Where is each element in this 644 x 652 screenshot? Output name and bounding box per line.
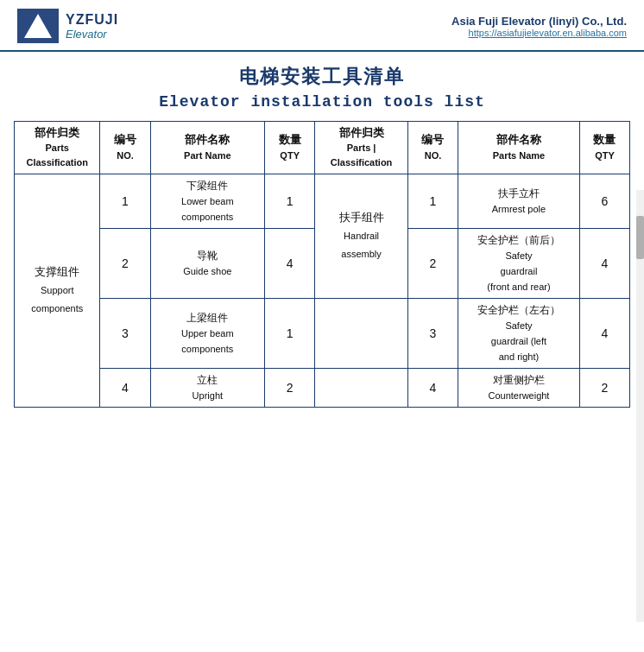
left-name-3: 上梁组件Upper beamcomponents <box>150 298 265 368</box>
left-no-4: 4 <box>100 368 150 407</box>
left-qty-1: 1 <box>265 174 315 228</box>
right-no-4: 4 <box>407 368 458 407</box>
right-group-placeholder <box>315 298 408 368</box>
title-english: Elevator installation tools list <box>0 93 644 111</box>
left-qty-4: 2 <box>265 368 315 407</box>
th-qty2: 数量 QTY <box>579 122 629 174</box>
right-name-1: 扶手立杆Armrest pole <box>458 174 580 228</box>
left-no-2: 2 <box>100 228 150 298</box>
logo-triangle-shape <box>24 14 52 38</box>
right-name-3: 安全护栏（左右）Safetyguardrail (leftand right) <box>458 298 580 368</box>
logo-elevator: Elevator <box>66 28 118 41</box>
right-qty-3: 4 <box>579 298 629 368</box>
table-header-row: 部件归类 PartsClassification 编号 NO. 部件名称 Par… <box>15 122 630 174</box>
th-no2: 编号 NO. <box>407 122 458 174</box>
table-row: 4 立柱Upright 2 4 对重侧护栏Counterweight 2 <box>15 368 630 407</box>
logo-yzfuji: YZFUJI <box>66 12 118 28</box>
scrollbar-track[interactable] <box>636 190 644 622</box>
right-no-1: 1 <box>407 174 458 228</box>
table-row: 3 上梁组件Upper beamcomponents 1 3 安全护栏（左右）S… <box>15 298 630 368</box>
right-qty-1: 6 <box>579 174 629 228</box>
right-no-3: 3 <box>407 298 458 368</box>
left-qty-2: 4 <box>265 228 315 298</box>
left-no-3: 3 <box>100 298 150 368</box>
left-qty-3: 1 <box>265 298 315 368</box>
right-group-label: 扶手组件Handrailassembly <box>315 174 408 298</box>
right-no-2: 2 <box>407 228 458 298</box>
scrollbar-thumb[interactable] <box>636 216 644 259</box>
th-qty1: 数量 QTY <box>265 122 315 174</box>
th-name2: 部件名称 Parts Name <box>458 122 580 174</box>
right-name-2: 安全护栏（前后）Safetyguardrail(front and rear) <box>458 228 580 298</box>
logo-text: YZFUJI Elevator <box>66 12 118 41</box>
left-group-label: 支撑组件Supportcomponents <box>15 174 100 407</box>
left-name-2: 导靴Guide shoe <box>150 228 265 298</box>
left-name-1: 下梁组件Lower beamcomponents <box>150 174 265 228</box>
right-qty-4: 2 <box>579 368 629 407</box>
page-header: YZFUJI Elevator Asia Fuji Elevator (liny… <box>0 0 644 52</box>
th-class1: 部件归类 PartsClassification <box>15 122 100 174</box>
th-no1: 编号 NO. <box>100 122 150 174</box>
right-qty-2: 4 <box>579 228 629 298</box>
logo-icon <box>17 9 59 43</box>
parts-table: 部件归类 PartsClassification 编号 NO. 部件名称 Par… <box>14 121 630 408</box>
table-row: 支撑组件Supportcomponents 1 下梁组件Lower beamco… <box>15 174 630 228</box>
th-class2: 部件归类 Parts |Classification <box>315 122 408 174</box>
left-no-1: 1 <box>100 174 150 228</box>
left-name-4: 立柱Upright <box>150 368 265 407</box>
table-wrapper: 部件归类 PartsClassification 编号 NO. 部件名称 Par… <box>0 116 644 416</box>
right-group-placeholder2 <box>315 368 408 407</box>
logo-area: YZFUJI Elevator <box>17 9 118 43</box>
title-chinese: 电梯安装工具清单 <box>0 64 644 90</box>
company-url: https://asiafujielevator.en.alibaba.com <box>451 28 627 38</box>
title-section: 电梯安装工具清单 Elevator installation tools lis… <box>0 52 644 116</box>
th-name1: 部件名称 Part Name <box>150 122 265 174</box>
company-info: Asia Fuji Elevator (linyi) Co., Ltd. htt… <box>451 15 627 38</box>
right-name-4: 对重侧护栏Counterweight <box>458 368 580 407</box>
company-name: Asia Fuji Elevator (linyi) Co., Ltd. <box>451 15 627 28</box>
